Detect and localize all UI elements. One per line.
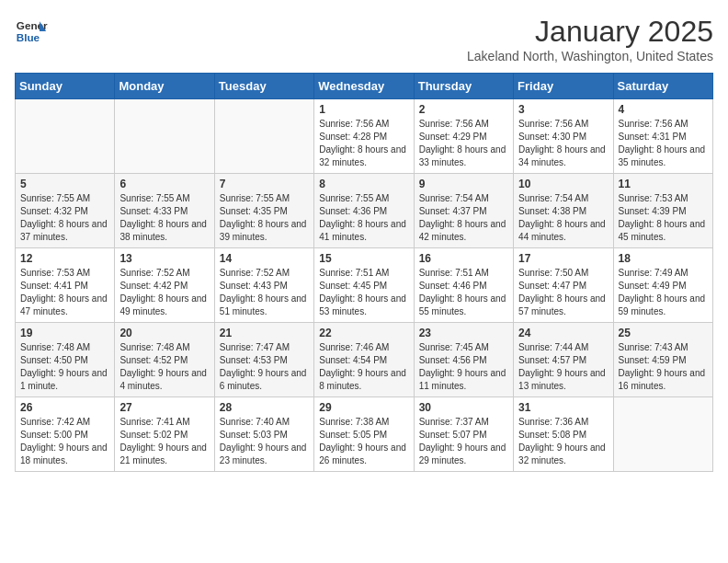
day-number: 1 xyxy=(319,103,408,116)
calendar-cell xyxy=(613,397,712,472)
day-number: 9 xyxy=(419,178,508,190)
calendar-cell: 8Sunrise: 7:55 AM Sunset: 4:36 PM Daylig… xyxy=(314,174,414,248)
day-number: 12 xyxy=(20,252,109,265)
day-number: 14 xyxy=(220,252,309,265)
day-info: Sunrise: 7:56 AM Sunset: 4:31 PM Dayligh… xyxy=(619,118,708,169)
calendar-cell: 16Sunrise: 7:51 AM Sunset: 4:46 PM Dayli… xyxy=(414,248,513,323)
day-number: 18 xyxy=(619,252,708,265)
day-number: 30 xyxy=(419,401,508,414)
calendar-table: SundayMondayTuesdayWednesdayThursdayFrid… xyxy=(15,73,713,472)
location-subtitle: Lakeland North, Washington, United State… xyxy=(467,49,713,63)
calendar-cell: 12Sunrise: 7:53 AM Sunset: 4:41 PM Dayli… xyxy=(16,248,115,323)
calendar-cell: 10Sunrise: 7:54 AM Sunset: 4:38 PM Dayli… xyxy=(514,174,613,248)
day-info: Sunrise: 7:45 AM Sunset: 4:56 PM Dayligh… xyxy=(419,341,508,393)
day-number: 23 xyxy=(419,327,508,339)
day-number: 3 xyxy=(518,103,608,116)
calendar-cell: 3Sunrise: 7:56 AM Sunset: 4:30 PM Daylig… xyxy=(514,99,613,174)
day-info: Sunrise: 7:54 AM Sunset: 4:38 PM Dayligh… xyxy=(518,192,608,244)
day-info: Sunrise: 7:55 AM Sunset: 4:33 PM Dayligh… xyxy=(119,192,209,244)
page-header: General Blue January 2025 Lakeland North… xyxy=(15,15,713,63)
calendar-cell: 13Sunrise: 7:52 AM Sunset: 4:42 PM Dayli… xyxy=(115,248,214,323)
day-number: 17 xyxy=(518,252,608,265)
month-title: January 2025 xyxy=(467,15,713,49)
calendar-cell: 11Sunrise: 7:53 AM Sunset: 4:39 PM Dayli… xyxy=(613,174,712,248)
day-info: Sunrise: 7:55 AM Sunset: 4:32 PM Dayligh… xyxy=(20,192,109,244)
svg-text:Blue: Blue xyxy=(17,31,40,43)
weekday-header-tuesday: Tuesday xyxy=(214,74,313,99)
weekday-header-saturday: Saturday xyxy=(613,74,712,99)
day-info: Sunrise: 7:40 AM Sunset: 5:03 PM Dayligh… xyxy=(220,416,309,467)
day-number: 13 xyxy=(119,252,209,265)
day-number: 27 xyxy=(119,401,209,414)
weekday-header-thursday: Thursday xyxy=(414,74,513,99)
day-info: Sunrise: 7:52 AM Sunset: 4:43 PM Dayligh… xyxy=(220,267,309,318)
weekday-header-sunday: Sunday xyxy=(16,74,115,99)
calendar-cell: 27Sunrise: 7:41 AM Sunset: 5:02 PM Dayli… xyxy=(115,397,214,472)
day-info: Sunrise: 7:37 AM Sunset: 5:07 PM Dayligh… xyxy=(419,416,508,467)
day-info: Sunrise: 7:49 AM Sunset: 4:49 PM Dayligh… xyxy=(619,267,708,318)
calendar-cell xyxy=(214,99,313,174)
calendar-cell: 30Sunrise: 7:37 AM Sunset: 5:07 PM Dayli… xyxy=(414,397,513,472)
day-info: Sunrise: 7:55 AM Sunset: 4:35 PM Dayligh… xyxy=(220,192,309,244)
day-info: Sunrise: 7:38 AM Sunset: 5:05 PM Dayligh… xyxy=(319,416,408,467)
day-number: 11 xyxy=(619,178,708,190)
day-info: Sunrise: 7:52 AM Sunset: 4:42 PM Dayligh… xyxy=(119,267,209,318)
calendar-cell: 15Sunrise: 7:51 AM Sunset: 4:45 PM Dayli… xyxy=(314,248,414,323)
day-number: 16 xyxy=(419,252,508,265)
day-info: Sunrise: 7:53 AM Sunset: 4:39 PM Dayligh… xyxy=(619,192,708,244)
calendar-cell: 22Sunrise: 7:46 AM Sunset: 4:54 PM Dayli… xyxy=(314,323,414,397)
day-number: 28 xyxy=(220,401,309,414)
day-info: Sunrise: 7:51 AM Sunset: 4:45 PM Dayligh… xyxy=(319,267,408,318)
day-info: Sunrise: 7:56 AM Sunset: 4:29 PM Dayligh… xyxy=(419,118,508,169)
calendar-cell xyxy=(16,99,115,174)
calendar-cell: 14Sunrise: 7:52 AM Sunset: 4:43 PM Dayli… xyxy=(214,248,313,323)
day-info: Sunrise: 7:41 AM Sunset: 5:02 PM Dayligh… xyxy=(119,416,209,467)
day-info: Sunrise: 7:55 AM Sunset: 4:36 PM Dayligh… xyxy=(319,192,408,244)
calendar-cell: 31Sunrise: 7:36 AM Sunset: 5:08 PM Dayli… xyxy=(514,397,613,472)
calendar-cell: 20Sunrise: 7:48 AM Sunset: 4:52 PM Dayli… xyxy=(115,323,214,397)
day-number: 4 xyxy=(619,103,708,116)
day-info: Sunrise: 7:56 AM Sunset: 4:30 PM Dayligh… xyxy=(518,118,608,169)
day-info: Sunrise: 7:51 AM Sunset: 4:46 PM Dayligh… xyxy=(419,267,508,318)
day-number: 26 xyxy=(20,401,109,414)
day-number: 20 xyxy=(119,327,209,339)
day-info: Sunrise: 7:44 AM Sunset: 4:57 PM Dayligh… xyxy=(518,341,608,393)
logo: General Blue xyxy=(15,15,48,48)
weekday-header-friday: Friday xyxy=(514,74,613,99)
calendar-cell: 23Sunrise: 7:45 AM Sunset: 4:56 PM Dayli… xyxy=(414,323,513,397)
day-number: 10 xyxy=(518,178,608,190)
calendar-cell: 1Sunrise: 7:56 AM Sunset: 4:28 PM Daylig… xyxy=(314,99,414,174)
week-row-1: 1Sunrise: 7:56 AM Sunset: 4:28 PM Daylig… xyxy=(16,99,713,174)
day-number: 29 xyxy=(319,401,408,414)
calendar-cell: 26Sunrise: 7:42 AM Sunset: 5:00 PM Dayli… xyxy=(16,397,115,472)
calendar-cell: 5Sunrise: 7:55 AM Sunset: 4:32 PM Daylig… xyxy=(16,174,115,248)
day-info: Sunrise: 7:43 AM Sunset: 4:59 PM Dayligh… xyxy=(619,341,708,393)
day-number: 6 xyxy=(119,178,209,190)
day-number: 7 xyxy=(220,178,309,190)
day-info: Sunrise: 7:46 AM Sunset: 4:54 PM Dayligh… xyxy=(319,341,408,393)
day-number: 19 xyxy=(20,327,109,339)
calendar-cell: 7Sunrise: 7:55 AM Sunset: 4:35 PM Daylig… xyxy=(214,174,313,248)
day-info: Sunrise: 7:48 AM Sunset: 4:50 PM Dayligh… xyxy=(20,341,109,393)
day-number: 8 xyxy=(319,178,408,190)
calendar-cell: 29Sunrise: 7:38 AM Sunset: 5:05 PM Dayli… xyxy=(314,397,414,472)
week-row-3: 12Sunrise: 7:53 AM Sunset: 4:41 PM Dayli… xyxy=(16,248,713,323)
calendar-cell: 2Sunrise: 7:56 AM Sunset: 4:29 PM Daylig… xyxy=(414,99,513,174)
day-info: Sunrise: 7:53 AM Sunset: 4:41 PM Dayligh… xyxy=(20,267,109,318)
day-info: Sunrise: 7:50 AM Sunset: 4:47 PM Dayligh… xyxy=(518,267,608,318)
title-area: January 2025 Lakeland North, Washington,… xyxy=(467,15,713,63)
day-number: 24 xyxy=(518,327,608,339)
day-info: Sunrise: 7:42 AM Sunset: 5:00 PM Dayligh… xyxy=(20,416,109,467)
calendar-cell: 28Sunrise: 7:40 AM Sunset: 5:03 PM Dayli… xyxy=(214,397,313,472)
week-row-5: 26Sunrise: 7:42 AM Sunset: 5:00 PM Dayli… xyxy=(16,397,713,472)
calendar-cell: 25Sunrise: 7:43 AM Sunset: 4:59 PM Dayli… xyxy=(613,323,712,397)
day-number: 25 xyxy=(619,327,708,339)
day-number: 2 xyxy=(419,103,508,116)
calendar-cell: 6Sunrise: 7:55 AM Sunset: 4:33 PM Daylig… xyxy=(115,174,214,248)
day-number: 22 xyxy=(319,327,408,339)
calendar-cell: 19Sunrise: 7:48 AM Sunset: 4:50 PM Dayli… xyxy=(16,323,115,397)
day-info: Sunrise: 7:47 AM Sunset: 4:53 PM Dayligh… xyxy=(220,341,309,393)
weekday-header-monday: Monday xyxy=(115,74,214,99)
day-number: 21 xyxy=(220,327,309,339)
day-number: 15 xyxy=(319,252,408,265)
